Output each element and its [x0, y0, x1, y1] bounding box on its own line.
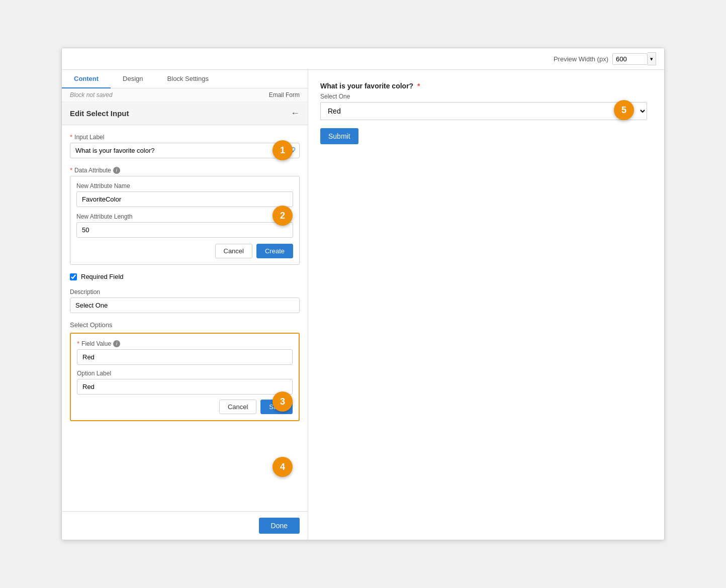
option-label-input[interactable] [77, 379, 293, 395]
preview-select-description: Select One [320, 93, 652, 100]
save-option-button[interactable]: Save [260, 400, 293, 414]
new-attr-name-label: New Attribute Name [76, 182, 293, 189]
input-label-group: * Input Label 🔗 [70, 133, 300, 158]
cancel-option-button[interactable]: Cancel [219, 400, 256, 414]
required-field-row: Required Field [70, 273, 300, 280]
description-input[interactable] [70, 298, 300, 313]
create-attr-button[interactable]: Create [256, 244, 293, 258]
new-attr-name-group: New Attribute Name [76, 182, 293, 207]
preview-submit-button[interactable]: Submit [320, 128, 358, 144]
block-status-text: Block not saved [70, 91, 113, 99]
required-star-2: * [70, 166, 72, 174]
description-group: Description [70, 288, 300, 313]
preview-width-label: Preview Width (px) [554, 55, 608, 63]
done-bar: Done [62, 511, 308, 540]
preview-select-wrapper: Red Blue Green [320, 102, 647, 120]
preview-width-spinner[interactable]: ▾ [648, 52, 656, 65]
preview-select-dropdown[interactable]: Red Blue Green [321, 103, 647, 120]
tab-design[interactable]: Design [111, 70, 155, 88]
right-panel: 5 What is your favorite color? * Select … [308, 70, 664, 540]
new-attr-length-input[interactable] [76, 222, 293, 238]
description-label: Description [70, 288, 300, 296]
data-attribute-label: * Data Attribute i [70, 166, 300, 174]
block-type-text: Email Form [269, 91, 300, 99]
tabs: Content Design Block Settings [62, 70, 308, 88]
data-attr-actions: Cancel Create [76, 244, 293, 258]
field-value-input[interactable] [77, 349, 293, 365]
preview-question-label: What is your favorite color? * [320, 82, 652, 90]
app-container: Preview Width (px) ▾ Content Design Bloc… [61, 48, 665, 540]
data-attribute-group: * Data Attribute i New Attribute Name Ne… [70, 166, 300, 265]
input-label-row: 🔗 [70, 143, 300, 158]
main-layout: Content Design Block Settings Block not … [62, 70, 664, 540]
field-value-info-icon[interactable]: i [113, 340, 120, 347]
input-label-field-label: * Input Label [70, 133, 300, 141]
preview-required-asterisk: * [417, 82, 420, 90]
block-status-bar: Block not saved Email Form [62, 88, 308, 102]
required-field-label: Required Field [81, 273, 124, 280]
edit-header-title: Edit Select Input [70, 109, 129, 118]
required-star-1: * [70, 133, 72, 141]
tab-content[interactable]: Content [62, 70, 111, 88]
step-4-circle: 4 [273, 457, 293, 477]
select-options-label: Select Options [70, 321, 300, 329]
new-attr-length-label: New Attribute Length [76, 213, 293, 220]
tab-block-settings[interactable]: Block Settings [155, 70, 221, 88]
edit-header: Edit Select Input ← [62, 102, 308, 125]
data-attribute-info-icon[interactable]: i [113, 167, 120, 174]
link-icon: 🔗 [287, 147, 296, 155]
done-button[interactable]: Done [259, 518, 300, 534]
form-area: 1 * Input Label 🔗 2 [62, 125, 308, 511]
input-label-field[interactable] [70, 143, 300, 158]
select-options-box: * Field Value i Option Label Cancel Save [70, 333, 300, 421]
left-panel: Content Design Block Settings Block not … [62, 70, 308, 540]
field-value-label: * Field Value i [77, 340, 293, 347]
data-attr-box: New Attribute Name New Attribute Length … [70, 176, 300, 265]
required-field-checkbox[interactable] [70, 273, 77, 280]
top-bar: Preview Width (px) ▾ [62, 48, 664, 70]
required-star-field-value: * [77, 340, 79, 347]
preview-width-input[interactable] [612, 53, 648, 65]
back-arrow-icon[interactable]: ← [291, 108, 300, 119]
new-attr-length-group: New Attribute Length [76, 213, 293, 238]
cancel-attr-button[interactable]: Cancel [215, 244, 252, 258]
select-options-actions: Cancel Save [77, 400, 293, 414]
new-attr-name-input[interactable] [76, 191, 293, 207]
option-label-text: Option Label [77, 370, 293, 377]
